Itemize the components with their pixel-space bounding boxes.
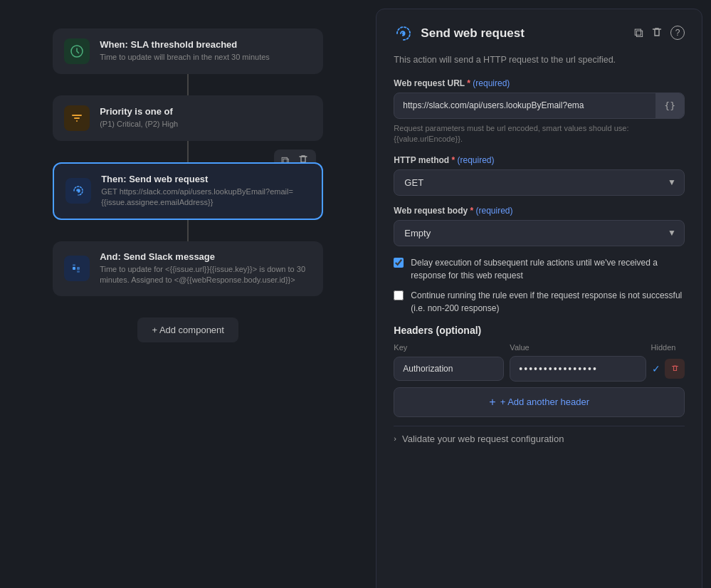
slack-icon-box [64,256,90,281]
http-method-wrapper: GET POST PUT DELETE PATCH ▼ [394,169,685,196]
body-wrapper: Empty Custom ▼ [394,220,685,246]
slack-item: And: Send Slack message Time to update f… [53,241,323,296]
url-input[interactable] [394,93,655,117]
header-confirm-button[interactable]: ✓ [652,363,660,374]
headers-title: Headers (optional) [394,325,685,336]
validate-label: Validate your web request configuration [402,434,564,444]
delay-label[interactable]: Delay execution of subsequent rule actio… [411,256,685,282]
webhook-icon [71,184,85,198]
trigger-title: When: SLA threshold breached [100,39,270,50]
condition-text: Priority is one of (P1) Critical, (P2) H… [100,106,178,130]
headers-columns: Key Value Hidden [394,343,685,352]
panel-header: Send web request ⧉ ? [394,23,685,43]
header-value-display: •••••••••••••••• [510,356,646,382]
validate-chevron: › [394,434,396,443]
add-header-label: + Add another header [500,397,589,407]
add-component-label: + Add component [152,325,224,335]
panel-description: This action will send a HTTP request to … [394,53,685,67]
condition-item: Priority is one of (P1) Critical, (P2) H… [53,95,323,141]
delete-panel-button[interactable] [651,26,663,42]
header-row-1: •••••••••••••••• ✓ [394,356,685,382]
condition-icon-box [64,105,90,131]
header-actions: ✓ [652,359,685,379]
url-label: Web request URL * (required) [394,78,685,88]
condition-title: Priority is one of [100,106,178,117]
trash-panel-icon [651,26,663,38]
url-input-wrapper: {} [394,93,685,119]
header-value-dots-text: •••••••••••••••• [519,363,597,374]
svg-rect-2 [74,117,80,119]
checkbox-group: Delay execution of subsequent rule actio… [394,256,685,315]
header-key-input[interactable] [394,357,504,381]
validate-row[interactable]: › Validate your web request configuratio… [394,426,685,451]
slack-title: And: Send Slack message [100,251,312,262]
svg-rect-5 [73,267,75,270]
trigger-text: When: SLA threshold breached Time to upd… [100,39,270,63]
svg-point-4 [78,190,80,192]
svg-rect-8 [77,271,80,273]
panel-title-group: Send web request [394,23,524,43]
url-hint: Request parameters must be url encoded, … [394,123,685,145]
action-wrapper: ⧉ Then: Send web request GET https://sla… [53,162,323,220]
action-title: Then: Send web request [101,174,310,184]
checkbox1-row: Delay execution of subsequent rule actio… [394,256,685,282]
continue-label[interactable]: Continue running the rule even if the re… [411,289,685,315]
svg-rect-6 [77,267,80,270]
help-panel-button[interactable]: ? [670,26,685,40]
panel-title: Send web request [421,26,524,41]
checkbox2-row: Continue running the rule even if the re… [394,289,685,315]
connector-3 [187,220,189,241]
clock-icon [70,44,84,58]
connector-1 [187,74,189,95]
add-header-plus: + [489,396,495,409]
trigger-icon-box [64,38,90,64]
header-trash-icon [670,364,680,373]
col-value-label: Value [510,343,636,352]
svg-rect-3 [76,120,78,122]
panel-icon [394,23,414,43]
action-desc: GET https://slack.com/api/users.lookupBy… [101,187,310,209]
slack-icon [70,261,84,275]
filter-icon [70,111,84,125]
right-panel: Send web request ⧉ ? This action will se… [376,9,702,588]
body-select[interactable]: Empty Custom [394,220,685,246]
body-label: Web request body * (required) [394,206,685,216]
slack-text: And: Send Slack message Time to update f… [100,251,312,286]
col-key-label: Key [394,343,504,352]
col-hidden-label: Hidden [642,343,685,352]
copy-panel-button[interactable]: ⧉ [634,26,643,42]
continue-checkbox[interactable] [394,290,404,300]
panel-actions: ⧉ ? [634,26,685,42]
action-icon-box [65,178,91,204]
action-text: Then: Send web request GET https://slack… [101,174,310,209]
action-item[interactable]: Then: Send web request GET https://slack… [53,162,323,220]
http-method-label: HTTP method * (required) [394,155,685,165]
svg-rect-7 [73,264,75,266]
delay-checkbox[interactable] [394,258,404,268]
slack-desc: Time to update for <{{issue.url}}{{issue… [100,264,312,286]
url-smart-values-button[interactable]: {} [655,93,684,118]
trigger-item: When: SLA threshold breached Time to upd… [53,28,323,74]
http-method-select[interactable]: GET POST PUT DELETE PATCH [394,169,685,196]
header-delete-button[interactable] [665,359,685,379]
left-panel: When: SLA threshold breached Time to upd… [0,0,376,588]
svg-rect-1 [72,115,82,116]
connector-2 [187,141,189,162]
svg-point-9 [402,32,405,35]
add-component-button[interactable]: + Add component [137,317,238,342]
add-header-button[interactable]: + + Add another header [394,387,685,417]
trigger-desc: Time to update will breach in the next 3… [100,52,270,63]
condition-desc: (P1) Critical, (P2) High [100,119,178,130]
